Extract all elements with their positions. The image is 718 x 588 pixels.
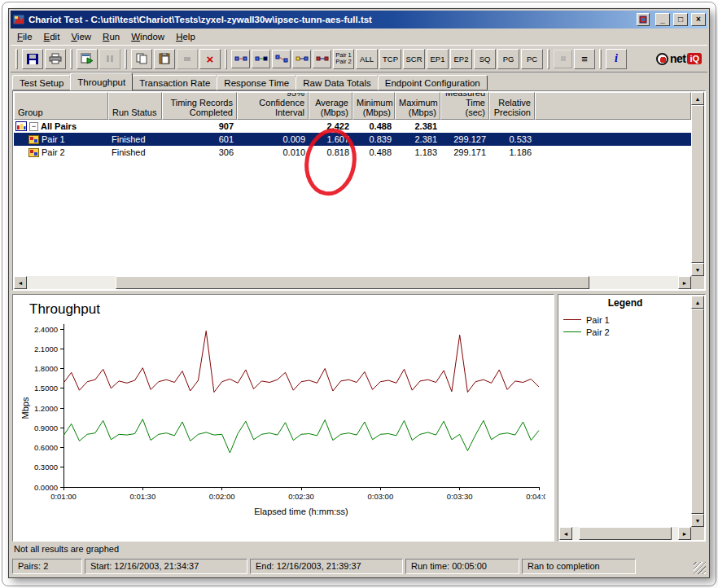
maximize-button[interactable]: □	[673, 13, 688, 26]
eraser-icon	[182, 54, 192, 64]
stop-run-button[interactable]: ×	[199, 49, 221, 69]
tab-endpoint-configuration[interactable]: Endpoint Configuration	[378, 75, 488, 90]
paste-button[interactable]	[154, 49, 175, 69]
table-row-pair-2[interactable]: Pair 2 Finished 306 0.010 0.818 0.488 1.…	[14, 146, 691, 159]
table-row-all-pairs[interactable]: − All Pairs 907 2.422 0.488 2.381	[14, 120, 691, 133]
scroll-up-button[interactable]: ▲	[691, 92, 704, 105]
filter-ep1-button[interactable]: EP1	[427, 49, 449, 69]
header-line: Precision	[493, 108, 531, 117]
minimize-button[interactable]: _	[655, 13, 670, 26]
minimum-cell: 0.839	[352, 134, 395, 144]
toolbar-grip[interactable]	[547, 49, 549, 69]
netiq-logo-net: net	[670, 52, 686, 65]
legend-vscrollbar[interactable]: ▲ ▼	[691, 296, 704, 527]
precision-cell: 0.533	[489, 134, 535, 144]
pair-view-button-3[interactable]	[272, 50, 291, 68]
legend-item-pair-1[interactable]: Pair 1	[563, 314, 700, 326]
disabled-button-1[interactable]	[554, 50, 572, 68]
clear-results-button[interactable]	[177, 49, 198, 69]
pair-view-button-4[interactable]	[292, 50, 311, 68]
filter-ep2-button[interactable]: EP2	[450, 49, 472, 69]
header-timing-records[interactable]: Timing Records Completed	[162, 92, 237, 120]
maximum-cell: 1.183	[395, 147, 440, 157]
pair-view-button-5[interactable]	[313, 50, 331, 68]
table-hscrollbar[interactable]: ◄ ►	[14, 276, 691, 289]
header-line: Minimum	[357, 98, 391, 108]
pair-link-icon	[255, 54, 268, 64]
table-row-pair-1[interactable]: Pair 1 Finished 601 0.009 1.607 0.839 2.…	[14, 133, 691, 146]
resize-grip[interactable]	[694, 562, 706, 574]
measured-time-cell: 299.127	[440, 134, 489, 144]
header-average[interactable]: Average (Mbps)	[309, 92, 352, 120]
filter-tcp-button[interactable]: TCP	[379, 49, 401, 69]
scroll-left-button[interactable]: ◄	[559, 527, 572, 540]
scroll-left-button[interactable]: ◄	[14, 276, 27, 289]
scroll-down-button[interactable]: ▼	[691, 263, 704, 276]
report-button[interactable]: ≡	[574, 49, 595, 69]
group-label: All Pairs	[41, 121, 77, 131]
statusbar: Pairs: 2 Start: 12/16/2003, 21:34:37 End…	[11, 556, 707, 576]
legend-item-pair-2[interactable]: Pair 2	[563, 326, 700, 338]
svg-text:0.3000: 0.3000	[34, 463, 58, 472]
table-vscrollbar[interactable]: ▲ ▼	[691, 92, 704, 276]
menubar: File Edit View Run Window Help	[11, 29, 707, 45]
titlebar-extra-button[interactable]	[637, 13, 650, 26]
header-relative-precision[interactable]: Relative Precision	[489, 92, 535, 120]
save-button[interactable]	[22, 49, 43, 69]
vscroll-thumb[interactable]	[691, 309, 704, 514]
header-confidence-interval[interactable]: 95% Confidence Interval	[237, 92, 309, 120]
header-maximum[interactable]: Maximum (Mbps)	[395, 92, 440, 120]
menu-file[interactable]: File	[11, 29, 38, 44]
scroll-down-button[interactable]: ▼	[691, 514, 704, 527]
toolbar-grip[interactable]	[15, 49, 18, 69]
tab-response-time[interactable]: Response Time	[217, 75, 296, 90]
status-run-time: Run time: 00:05:00	[405, 559, 519, 574]
tab-raw-data-totals[interactable]: Raw Data Totals	[296, 75, 379, 90]
pair-list-line2: Pair 2	[335, 59, 352, 65]
collapse-expander[interactable]: −	[29, 122, 38, 131]
all-pairs-icon	[15, 121, 27, 131]
tab-transaction-rate[interactable]: Transaction Rate	[132, 75, 217, 90]
header-measured-time[interactable]: Measured Time (sec)	[440, 92, 489, 120]
pair-list-button[interactable]: Pair 1 Pair 2	[333, 49, 354, 69]
header-group[interactable]: Group	[14, 92, 108, 120]
run-options-button[interactable]	[77, 49, 98, 69]
scroll-right-button[interactable]: ►	[678, 527, 691, 540]
hscroll-thumb[interactable]	[116, 276, 589, 289]
header-line: (Mbps)	[313, 108, 348, 117]
pause-run-button[interactable]	[99, 49, 120, 69]
toolbar-grip[interactable]	[225, 49, 227, 69]
toolbar-grip[interactable]	[70, 49, 72, 69]
print-button[interactable]	[45, 49, 66, 69]
menu-help[interactable]: Help	[170, 29, 201, 44]
vscroll-thumb[interactable]	[691, 105, 704, 263]
menu-run[interactable]: Run	[97, 29, 125, 44]
filter-sq-button[interactable]: SQ	[474, 49, 496, 69]
pair-view-button-1[interactable]	[231, 50, 250, 68]
filter-pg-button[interactable]: PG	[497, 49, 519, 69]
info-button[interactable]: i	[606, 49, 627, 69]
hscroll-thumb[interactable]	[579, 527, 671, 540]
filter-all-button[interactable]: ALL	[356, 49, 378, 69]
close-button[interactable]: ×	[691, 13, 706, 26]
window-title: Chariot Test - C:\util\test\Chariot\Test…	[28, 15, 633, 24]
group-label: Pair 2	[42, 147, 65, 157]
toolbar-grip[interactable]	[599, 49, 602, 69]
header-minimum[interactable]: Minimum (Mbps)	[352, 92, 395, 120]
tab-test-setup[interactable]: Test Setup	[12, 75, 71, 90]
menu-window[interactable]: Window	[125, 29, 170, 44]
filter-scr-button[interactable]: SCR	[403, 49, 425, 69]
pair-view-button-2[interactable]	[252, 50, 270, 68]
tab-throughput[interactable]: Throughput	[70, 72, 133, 90]
copy-button[interactable]	[131, 49, 152, 69]
legend-hscrollbar[interactable]: ◄ ►	[559, 527, 691, 540]
scroll-right-button[interactable]: ►	[678, 276, 691, 289]
header-run-status[interactable]: Run Status	[108, 92, 162, 120]
svg-text:0.9000: 0.9000	[34, 423, 58, 432]
scroll-up-button[interactable]: ▲	[691, 296, 704, 309]
menu-view[interactable]: View	[65, 29, 97, 44]
toolbar-grip[interactable]	[125, 49, 127, 69]
timing-records-cell: 601	[162, 134, 237, 144]
menu-edit[interactable]: Edit	[38, 29, 66, 44]
filter-pc-button[interactable]: PC	[521, 49, 543, 69]
